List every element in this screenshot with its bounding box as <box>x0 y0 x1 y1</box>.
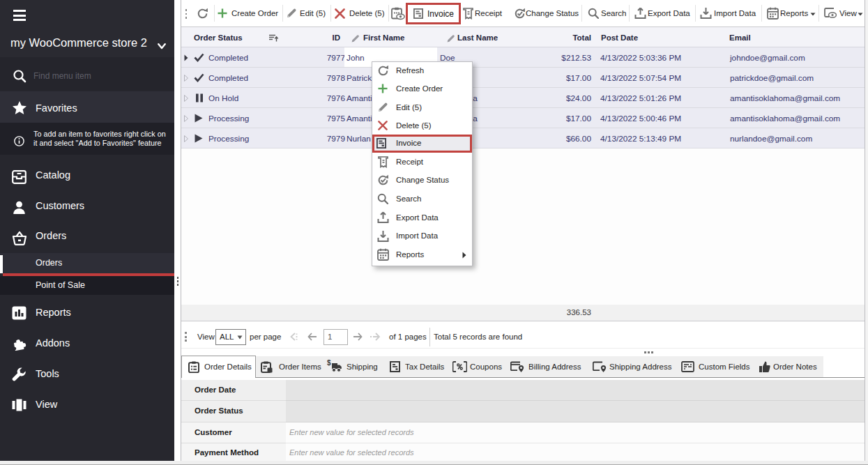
svg-text:$: $ <box>327 360 331 367</box>
